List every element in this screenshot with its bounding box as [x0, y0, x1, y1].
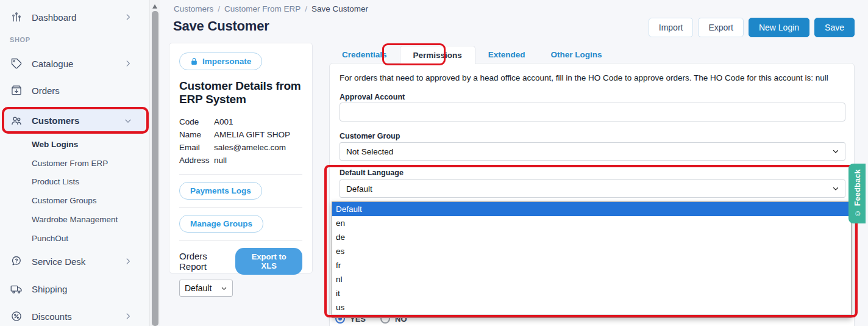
- card-heading: Customer Details from ERP System: [179, 79, 302, 106]
- breadcrumb-separator: /: [305, 4, 307, 13]
- truck-icon: [10, 282, 23, 295]
- tag-icon: [10, 57, 23, 70]
- users-icon: [10, 114, 23, 128]
- sidebar-item-label: Customers: [32, 115, 79, 126]
- approval-account-label: Approval Account: [340, 93, 405, 101]
- scrollbar-thumb[interactable]: [152, 11, 158, 326]
- chevron-right-icon: [124, 13, 132, 21]
- default-language-label: Default Language: [340, 168, 404, 177]
- sidebar-item-catalogue[interactable]: Catalogue: [0, 53, 149, 74]
- export-button[interactable]: Export: [698, 18, 743, 37]
- smiley-icon: ☺: [853, 209, 862, 218]
- percent-icon: [10, 310, 23, 323]
- approval-account-input[interactable]: [340, 103, 845, 121]
- sidebar-item-label: Discounts: [32, 311, 72, 322]
- save-button[interactable]: Save: [814, 18, 855, 37]
- sidebar-item-shipping[interactable]: Shipping: [0, 278, 149, 300]
- sidebar-item-customer-from-erp[interactable]: Customer From ERP: [0, 156, 149, 170]
- customer-group-label: Customer Group: [340, 132, 400, 140]
- field-address-value: null: [214, 154, 227, 167]
- bar-chart-icon: [10, 10, 23, 24]
- sidebar-item-label: Shipping: [32, 284, 67, 294]
- tab-other-logins[interactable]: Other Logins: [538, 46, 615, 63]
- chat-help-icon: [10, 255, 23, 268]
- language-option-de[interactable]: de: [332, 230, 851, 244]
- field-code: Code A001: [179, 115, 302, 128]
- chevron-down-icon: [832, 148, 839, 157]
- customer-fields: Code A001 Name AMELIA GIFT SHOP Email sa…: [179, 115, 302, 167]
- chevron-right-icon: [124, 312, 132, 321]
- language-option-it[interactable]: it: [332, 286, 851, 300]
- detail-tabs: Credentials Permissions Extended Other L…: [329, 46, 615, 63]
- chevron-right-icon: [124, 59, 132, 68]
- impersonate-button[interactable]: Impersonate: [179, 53, 262, 70]
- orders-report-select[interactable]: Default: [179, 280, 233, 297]
- field-address: Address null: [179, 154, 302, 167]
- sidebar-item-label: Orders: [32, 85, 60, 96]
- customer-details-card: Impersonate Customer Details from ERP Sy…: [169, 43, 313, 273]
- sidebar-scrollbar[interactable]: [149, 0, 160, 326]
- sidebar-item-customer-groups[interactable]: Customer Groups: [0, 193, 149, 208]
- breadcrumb-customer-from-erp[interactable]: Customer From ERP: [224, 4, 301, 13]
- chevron-down-icon: [124, 117, 132, 125]
- field-name-value: AMELIA GIFT SHOP: [214, 128, 290, 141]
- orders-report-label: Orders Report: [179, 251, 235, 272]
- new-login-button[interactable]: New Login: [749, 18, 809, 37]
- ho-code-info-text: For orders that need to approved by a he…: [340, 73, 847, 82]
- language-option-nl[interactable]: nl: [332, 272, 851, 286]
- feedback-label: Feedback: [853, 169, 861, 206]
- sidebar-item-punchout[interactable]: PunchOut: [0, 231, 149, 245]
- page-title: Save Customer: [173, 18, 269, 34]
- field-email-value: sales@amelec.com: [214, 141, 286, 154]
- dropdown-scroll-strip: [332, 314, 851, 317]
- default-language-select[interactable]: Default: [340, 179, 845, 198]
- field-name: Name AMELIA GIFT SHOP: [179, 128, 302, 141]
- language-dropdown-list: Default en de es fr nl it us: [332, 201, 852, 318]
- sidebar-item-web-logins[interactable]: Web Logins: [0, 137, 149, 151]
- language-option-us[interactable]: us: [332, 300, 851, 314]
- payments-logs-button[interactable]: Payments Logs: [179, 182, 262, 200]
- breadcrumb-customers[interactable]: Customers: [174, 4, 213, 13]
- language-option-fr[interactable]: fr: [332, 258, 851, 272]
- chevron-right-icon: [124, 257, 132, 266]
- lock-icon: [190, 57, 198, 65]
- export-to-xls-button[interactable]: Export to XLS: [235, 248, 302, 275]
- divider: [179, 207, 302, 208]
- field-code-value: A001: [214, 115, 233, 128]
- tab-credentials[interactable]: Credentials: [329, 46, 400, 63]
- language-option-default[interactable]: Default: [332, 202, 851, 216]
- manage-groups-button[interactable]: Manage Groups: [179, 215, 263, 233]
- divider: [179, 240, 302, 241]
- sidebar-item-product-lists[interactable]: Product Lists: [0, 174, 149, 189]
- sidebar-item-label: Service Desk: [32, 256, 85, 267]
- sidebar-item-discounts[interactable]: Discounts: [0, 305, 149, 326]
- breadcrumb-separator: /: [218, 4, 220, 13]
- breadcrumb: Customers/Customer From ERP/Save Custome…: [174, 4, 368, 13]
- permissions-panel: For orders that need to approved by a he…: [329, 63, 855, 326]
- chevron-down-icon: [221, 285, 227, 292]
- chevron-down-icon: [832, 185, 839, 194]
- tab-permissions[interactable]: Permissions: [400, 46, 475, 64]
- sidebar-item-dashboard[interactable]: Dashboard: [0, 6, 149, 28]
- sidebar-item-service-desk[interactable]: Service Desk: [0, 250, 149, 272]
- tab-extended[interactable]: Extended: [475, 46, 538, 63]
- breadcrumb-save-customer: Save Customer: [311, 4, 368, 13]
- language-option-en[interactable]: en: [332, 216, 851, 230]
- scrollbar-up-arrow[interactable]: [152, 4, 157, 9]
- package-icon: [10, 84, 23, 97]
- language-option-es[interactable]: es: [332, 244, 851, 258]
- feedback-tab[interactable]: ☺ Feedback: [848, 164, 866, 223]
- sidebar-item-label: Catalogue: [32, 59, 73, 69]
- sidebar: Dashboard SHOP Catalogue Orders Customer…: [0, 0, 149, 326]
- import-button[interactable]: Import: [649, 18, 694, 37]
- sidebar-item-customers[interactable]: Customers: [0, 109, 149, 132]
- sidebar-item-orders[interactable]: Orders: [0, 79, 149, 101]
- header-actions: Import Export New Login Save: [649, 18, 855, 37]
- divider: [179, 174, 302, 175]
- sidebar-item-label: Dashboard: [32, 12, 76, 23]
- sidebar-section-shop: SHOP: [10, 36, 30, 43]
- field-email: Email sales@amelec.com: [179, 141, 302, 154]
- sidebar-item-wardrobe-management[interactable]: Wardrobe Management: [0, 212, 149, 226]
- customer-group-select[interactable]: Not Selected: [340, 142, 845, 161]
